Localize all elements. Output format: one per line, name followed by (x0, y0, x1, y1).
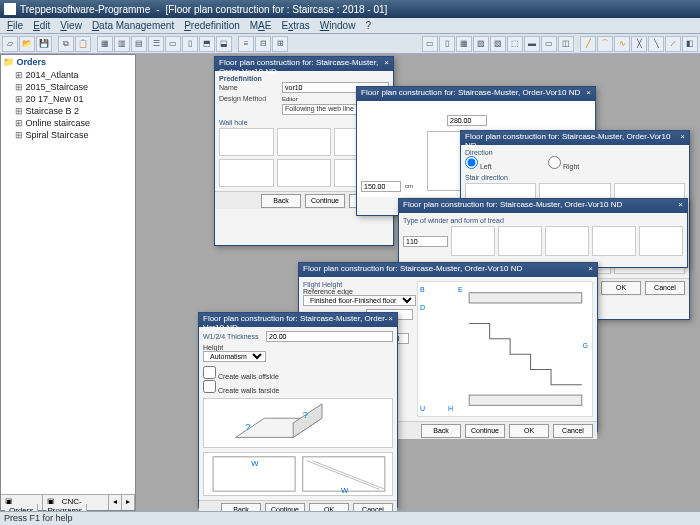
tb-align1-icon[interactable]: ≡ (238, 36, 254, 52)
tb-view7-icon[interactable]: ▬ (524, 36, 540, 52)
plan-sketch: W W (203, 452, 393, 496)
winder-input[interactable] (403, 236, 448, 247)
tb-group2-icon[interactable]: ▥ (114, 36, 130, 52)
tb-draw2-icon[interactable]: ⌒ (597, 36, 613, 52)
tree-item[interactable]: Spiral Staircase (3, 129, 133, 141)
tab-nav-left[interactable]: ◂ (109, 495, 122, 510)
tb-group3-icon[interactable]: ▤ (131, 36, 147, 52)
tb-paste-icon[interactable]: 📋 (75, 36, 91, 52)
height-select[interactable]: Automatism (203, 351, 266, 362)
app-icon (4, 3, 16, 15)
wallhole-thumb[interactable] (219, 128, 274, 156)
menu-predef[interactable]: Predefinition (179, 20, 245, 31)
tb-draw1-icon[interactable]: ╱ (580, 36, 596, 52)
tb-view3-icon[interactable]: ▦ (456, 36, 472, 52)
tab-cnc[interactable]: ▣ CNC-Programs (43, 495, 109, 510)
tb-view2-icon[interactable]: ▯ (439, 36, 455, 52)
winder-thumb[interactable] (592, 226, 636, 256)
wallhole-thumb[interactable] (277, 128, 332, 156)
menu-help[interactable]: ? (360, 20, 376, 31)
close-icon[interactable]: × (384, 58, 389, 70)
cancel-button[interactable]: Cancel (553, 424, 593, 438)
tree-root[interactable]: 📁 Orders (3, 57, 133, 67)
tree-item[interactable]: 2015_Staircase (3, 81, 133, 93)
tb-draw4-icon[interactable]: ╳ (631, 36, 647, 52)
svg-text:?: ? (303, 409, 308, 420)
walls-farside-check[interactable] (203, 380, 216, 393)
tb-palette-icon[interactable]: ◧ (682, 36, 698, 52)
tb-open-icon[interactable]: 📂 (19, 36, 35, 52)
continue-button[interactable]: Continue (305, 194, 345, 208)
tree-item[interactable]: 20 17_New 01 (3, 93, 133, 105)
winder-thumb[interactable] (451, 226, 495, 256)
left-radio[interactable] (465, 156, 478, 169)
width-input[interactable] (447, 115, 487, 126)
menu-edit[interactable]: Edit (28, 20, 55, 31)
tb-align2-icon[interactable]: ⊟ (255, 36, 271, 52)
ok-button[interactable]: OK (509, 424, 549, 438)
dialog-title: Floor plan construction for: Staircase-M… (203, 314, 388, 326)
menu-mae[interactable]: MAE (245, 20, 277, 31)
dialog-wall-thickness: Floor plan construction for: Staircase-M… (198, 312, 398, 508)
ref-select[interactable]: Finished floor-Finished floor (303, 295, 416, 306)
tb-view4-icon[interactable]: ▨ (473, 36, 489, 52)
svg-text:W: W (251, 459, 259, 468)
tree-item[interactable]: 2014_Atlanta (3, 69, 133, 81)
tb-draw6-icon[interactable]: ⟋ (665, 36, 681, 52)
tb-save-icon[interactable]: 💾 (36, 36, 52, 52)
tb-new-icon[interactable]: ▱ (2, 36, 18, 52)
menu-window[interactable]: Window (315, 20, 361, 31)
tb-group7-icon[interactable]: ⬒ (199, 36, 215, 52)
tab-nav-right[interactable]: ▸ (122, 495, 135, 510)
wallhole-thumb[interactable] (277, 159, 332, 187)
menu-data[interactable]: Data Management (87, 20, 179, 31)
tb-align3-icon[interactable]: ⊞ (272, 36, 288, 52)
tree-item[interactable]: Staircase B 2 (3, 105, 133, 117)
winder-thumb[interactable] (545, 226, 589, 256)
dim-label: D (420, 304, 425, 311)
tree-item[interactable]: Online staircase (3, 117, 133, 129)
side-tabs: ▣ Orders ▣ CNC-Programs ◂ ▸ (1, 494, 135, 510)
back-button[interactable]: Back (421, 424, 461, 438)
dim-label: B (420, 286, 425, 293)
tb-group5-icon[interactable]: ▭ (165, 36, 181, 52)
tb-group8-icon[interactable]: ⬓ (216, 36, 232, 52)
winder-thumb[interactable] (639, 226, 683, 256)
menu-view[interactable]: View (55, 20, 87, 31)
tb-3d-icon[interactable]: ◫ (558, 36, 574, 52)
tab-orders[interactable]: ▣ Orders (1, 495, 43, 510)
close-icon[interactable]: × (388, 314, 393, 326)
winder-label: Type of winder and form of tread (403, 217, 683, 224)
tb-copy-icon[interactable]: ⧉ (58, 36, 74, 52)
right-radio[interactable] (548, 156, 561, 169)
back-button[interactable]: Back (261, 194, 301, 208)
close-icon[interactable]: × (680, 132, 685, 144)
cancel-button[interactable]: Cancel (645, 281, 685, 295)
thick-input[interactable] (266, 331, 393, 342)
walls-offside-check[interactable] (203, 366, 216, 379)
tb-view8-icon[interactable]: ▭ (541, 36, 557, 52)
continue-button[interactable]: Continue (465, 424, 505, 438)
order-tree[interactable]: 📁 Orders 2014_Atlanta 2015_Staircase 20 … (1, 55, 135, 494)
tb-group6-icon[interactable]: ▯ (182, 36, 198, 52)
menu-extras[interactable]: Extras (276, 20, 314, 31)
status-text: Press F1 for help (4, 513, 73, 523)
tb-view1-icon[interactable]: ▭ (422, 36, 438, 52)
close-icon[interactable]: × (588, 264, 593, 276)
tb-group4-icon[interactable]: ☰ (148, 36, 164, 52)
length-input[interactable] (361, 181, 401, 192)
close-icon[interactable]: × (678, 200, 683, 212)
ok-button[interactable]: OK (601, 281, 641, 295)
flight-label: Flight Height (303, 281, 413, 288)
winder-thumb[interactable] (498, 226, 542, 256)
wallhole-thumb[interactable] (219, 159, 274, 187)
tb-view5-icon[interactable]: ▧ (490, 36, 506, 52)
tb-draw3-icon[interactable]: ∿ (614, 36, 630, 52)
tb-draw5-icon[interactable]: ╲ (648, 36, 664, 52)
tb-view6-icon[interactable]: ⬚ (507, 36, 523, 52)
stair-section-icon (418, 282, 592, 416)
close-icon[interactable]: × (586, 88, 591, 100)
menu-file[interactable]: File (2, 20, 28, 31)
name-label: Name (219, 84, 279, 91)
tb-group1-icon[interactable]: ▦ (97, 36, 113, 52)
